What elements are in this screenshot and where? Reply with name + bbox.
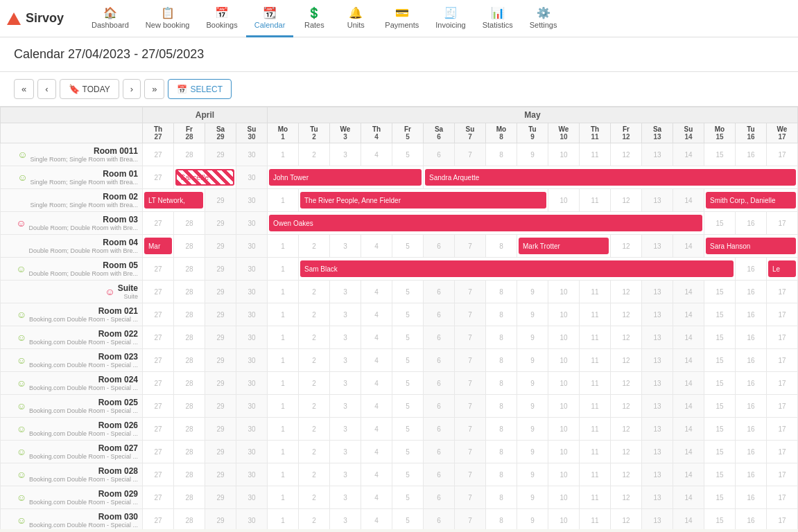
empty-cell-4-11[interactable]: 8 — [486, 235, 517, 258]
empty-cell-0-0[interactable]: 27 — [143, 143, 174, 166]
empty-cell-9-0[interactable]: 27 — [143, 349, 174, 372]
empty-cell-11-12[interactable]: 9 — [517, 395, 548, 418]
empty-cell-11-2[interactable]: 29 — [205, 395, 236, 418]
empty-cell-16-17[interactable]: 14 — [673, 509, 704, 530]
empty-cell-7-19[interactable]: 16 — [736, 303, 767, 326]
empty-cell-13-18[interactable]: 15 — [704, 441, 736, 463]
nav-item-dashboard[interactable]: 🏠Dashboard — [83, 0, 137, 37]
empty-cell-16-1[interactable]: 28 — [174, 509, 205, 530]
empty-cell-12-7[interactable]: 4 — [361, 418, 392, 441]
empty-cell-4-8[interactable]: 5 — [392, 235, 424, 258]
empty-cell-15-7[interactable]: 4 — [361, 486, 392, 509]
empty-cell-7-14[interactable]: 11 — [580, 303, 611, 326]
empty-cell-8-16[interactable]: 13 — [642, 326, 673, 349]
empty-cell-9-13[interactable]: 10 — [548, 349, 580, 372]
empty-cell-7-1[interactable]: 28 — [174, 303, 205, 326]
empty-cell-9-2[interactable]: 29 — [205, 349, 236, 372]
empty-cell-4-2[interactable]: 29 — [205, 235, 236, 258]
empty-cell-6-1[interactable]: 28 — [174, 281, 205, 303]
empty-cell-12-16[interactable]: 13 — [642, 418, 673, 441]
empty-cell-8-12[interactable]: 9 — [517, 326, 548, 349]
empty-cell-14-16[interactable]: 13 — [642, 463, 673, 486]
booking-cell-1-1[interactable]: Cancellle — [174, 166, 236, 189]
empty-cell-1-3[interactable]: 30 — [236, 166, 268, 189]
empty-cell-15-8[interactable]: 5 — [392, 486, 424, 509]
empty-cell-9-10[interactable]: 7 — [455, 349, 486, 372]
empty-cell-11-17[interactable]: 14 — [673, 395, 704, 418]
booking-bar-2-18[interactable]: Smith Corp., Danielle — [706, 192, 796, 209]
empty-cell-14-18[interactable]: 15 — [704, 463, 736, 486]
empty-cell-13-16[interactable]: 13 — [642, 441, 673, 463]
empty-cell-7-7[interactable]: 4 — [361, 303, 392, 326]
empty-cell-16-12[interactable]: 9 — [517, 509, 548, 530]
empty-cell-2-13[interactable]: 10 — [548, 189, 580, 212]
booking-cell-1-4[interactable]: John Tower — [268, 166, 424, 189]
empty-cell-7-2[interactable]: 29 — [205, 303, 236, 326]
empty-cell-4-6[interactable]: 3 — [330, 235, 361, 258]
empty-cell-10-10[interactable]: 7 — [455, 372, 486, 395]
empty-cell-14-7[interactable]: 4 — [361, 463, 392, 486]
empty-cell-15-6[interactable]: 3 — [330, 486, 361, 509]
empty-cell-8-5[interactable]: 2 — [299, 326, 330, 349]
empty-cell-5-0[interactable]: 27 — [143, 258, 174, 281]
first-button[interactable]: « — [14, 79, 34, 99]
empty-cell-12-20[interactable]: 17 — [767, 418, 798, 441]
empty-cell-14-17[interactable]: 14 — [673, 463, 704, 486]
empty-cell-9-15[interactable]: 12 — [611, 349, 642, 372]
empty-cell-15-5[interactable]: 2 — [299, 486, 330, 509]
empty-cell-6-18[interactable]: 15 — [704, 281, 736, 303]
empty-cell-0-1[interactable]: 28 — [174, 143, 205, 166]
empty-cell-10-17[interactable]: 14 — [673, 372, 704, 395]
empty-cell-14-10[interactable]: 7 — [455, 463, 486, 486]
empty-cell-9-18[interactable]: 15 — [704, 349, 736, 372]
empty-cell-5-3[interactable]: 30 — [236, 258, 268, 281]
empty-cell-11-16[interactable]: 13 — [642, 395, 673, 418]
empty-cell-2-3[interactable]: 30 — [236, 189, 268, 212]
empty-cell-7-17[interactable]: 14 — [673, 303, 704, 326]
next-button[interactable]: › — [123, 79, 141, 99]
empty-cell-6-7[interactable]: 4 — [361, 281, 392, 303]
last-button[interactable]: » — [144, 79, 164, 99]
empty-cell-15-12[interactable]: 9 — [517, 486, 548, 509]
empty-cell-14-8[interactable]: 5 — [392, 463, 424, 486]
empty-cell-4-17[interactable]: 14 — [673, 235, 704, 258]
empty-cell-9-8[interactable]: 5 — [392, 349, 424, 372]
empty-cell-0-2[interactable]: 29 — [205, 143, 236, 166]
empty-cell-4-9[interactable]: 6 — [424, 235, 455, 258]
empty-cell-2-14[interactable]: 11 — [580, 189, 611, 212]
empty-cell-16-6[interactable]: 3 — [330, 509, 361, 530]
empty-cell-8-8[interactable]: 5 — [392, 326, 424, 349]
nav-item-statistics[interactable]: 📊Statistics — [474, 0, 521, 37]
empty-cell-13-5[interactable]: 2 — [299, 441, 330, 463]
empty-cell-10-19[interactable]: 16 — [736, 372, 767, 395]
empty-cell-2-2[interactable]: 29 — [205, 189, 236, 212]
empty-cell-6-17[interactable]: 14 — [673, 281, 704, 303]
empty-cell-5-19[interactable]: 16 — [736, 258, 767, 281]
empty-cell-13-9[interactable]: 6 — [424, 441, 455, 463]
empty-cell-13-6[interactable]: 3 — [330, 441, 361, 463]
room-label-16[interactable]: ☺ Room 030 Booking.com Double Room - Spe… — [1, 509, 143, 530]
empty-cell-13-4[interactable]: 1 — [268, 441, 299, 463]
booking-cell-5-5[interactable]: Sam Black — [299, 258, 736, 281]
empty-cell-15-16[interactable]: 13 — [642, 486, 673, 509]
empty-cell-11-4[interactable]: 1 — [268, 395, 299, 418]
empty-cell-15-1[interactable]: 28 — [174, 486, 205, 509]
booking-cell-2-0[interactable]: LT Network, — [143, 189, 205, 212]
empty-cell-5-1[interactable]: 28 — [174, 258, 205, 281]
empty-cell-11-5[interactable]: 2 — [299, 395, 330, 418]
empty-cell-10-1[interactable]: 28 — [174, 372, 205, 395]
booking-cell-4-12[interactable]: Mark Trotter — [517, 235, 611, 258]
empty-cell-7-15[interactable]: 12 — [611, 303, 642, 326]
empty-cell-0-9[interactable]: 6 — [424, 143, 455, 166]
empty-cell-15-15[interactable]: 12 — [611, 486, 642, 509]
empty-cell-13-14[interactable]: 11 — [580, 441, 611, 463]
empty-cell-9-7[interactable]: 4 — [361, 349, 392, 372]
room-label-5[interactable]: ☺ Room 05 Double Room; Double Room with … — [1, 258, 143, 281]
empty-cell-7-4[interactable]: 1 — [268, 303, 299, 326]
empty-cell-4-15[interactable]: 12 — [611, 235, 642, 258]
select-button[interactable]: 📅 SELECT — [168, 79, 232, 99]
empty-cell-10-5[interactable]: 2 — [299, 372, 330, 395]
empty-cell-7-13[interactable]: 10 — [548, 303, 580, 326]
empty-cell-16-16[interactable]: 13 — [642, 509, 673, 530]
empty-cell-14-3[interactable]: 30 — [236, 463, 268, 486]
